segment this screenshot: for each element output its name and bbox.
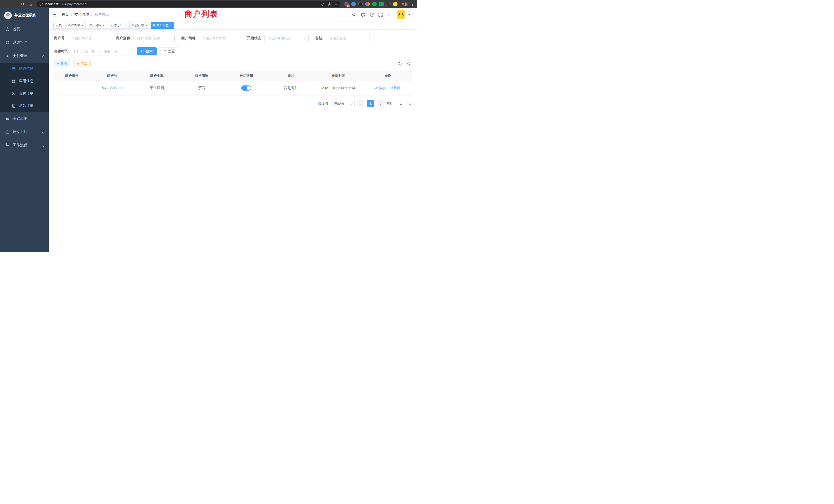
column-header-merchant-no: 商户号 [90,71,134,81]
prev-page-button[interactable] [357,100,364,107]
add-button[interactable]: + 新增 [54,60,70,67]
close-icon[interactable]: × [81,24,83,27]
avatar-caret-icon[interactable] [408,14,410,16]
column-header-short-name: 商户简称 [179,71,224,81]
sidebar-item-pay-order[interactable]: 支付订单 [0,87,49,99]
breadcrumb-payment[interactable]: 支付管理 [74,12,89,17]
tab-merchant-info[interactable]: 商户信息 × [151,22,174,29]
browser-menu-icon[interactable]: ⋮ [411,2,414,6]
dashboard-icon [5,27,10,31]
reset-button-label: 重置 [168,49,175,54]
sidebar-item-dev-tools[interactable]: 研发工具 [0,125,49,139]
tab-label: 支付订单 [110,23,123,27]
create-time-range-picker[interactable]: - [72,47,130,55]
tab-home[interactable]: 首页 [53,22,64,29]
font-size-icon[interactable]: TT [387,13,391,17]
sidebar-item-payment[interactable]: ¥ 支付管理 [0,49,49,63]
total-prefix: 共 [318,101,322,106]
sidebar-item-workflow[interactable]: 工作流程 [0,139,49,152]
bookmark-star-icon[interactable]: ☆ [334,2,338,6]
tab-refund-order[interactable]: 退款订单 × [129,22,150,29]
sidebar-item-label: 系统管理 [13,40,27,45]
extensions-row: 10 [344,2,397,6]
add-button-label: 新增 [61,62,67,66]
extension-icon-8[interactable] [393,2,397,6]
close-icon[interactable]: × [103,24,105,27]
extension-icon-3[interactable] [358,2,363,6]
extension-icon-5[interactable] [372,2,377,6]
status-toggle[interactable] [241,86,251,91]
hamburger-icon[interactable] [53,13,58,17]
short-name-input[interactable] [199,34,240,42]
next-page-button[interactable] [377,100,384,107]
status-select[interactable]: 请选择开启状态 [264,34,309,42]
home-icon[interactable]: ⌂ [27,1,34,7]
gear-icon [5,41,10,45]
chevron-down-icon [351,102,353,105]
fullscreen-icon[interactable] [378,13,382,17]
forward-icon[interactable]: → [11,1,18,7]
column-header-id: 商户编号 [54,71,90,81]
goto-page-input[interactable] [396,100,406,107]
edit-link[interactable]: 修改 [375,86,386,90]
delete-link[interactable]: 删除 [390,86,400,90]
goto-label: 前往 [387,101,393,106]
sidebar-item-home[interactable]: 首页 [0,23,49,36]
chevron-down-icon [43,116,44,121]
close-icon[interactable]: × [145,24,147,27]
extension-icon-7[interactable] [386,2,391,6]
sidebar: 芋道管理系统 首页 系统管理 ¥ 支付管理 商户信息 [0,8,49,252]
close-icon[interactable]: × [170,24,172,27]
sidebar-item-system[interactable]: 系统管理 [0,36,49,49]
refresh-table-button[interactable] [405,60,412,67]
sidebar-item-infra[interactable]: 基础设施 [0,112,49,125]
tab-label: 退款订单 [132,23,144,27]
tab-pay-order[interactable]: 支付订单 × [108,22,128,29]
export-button[interactable]: 导出 [73,60,91,67]
search-button[interactable]: 搜索 [137,47,157,55]
full-name-input[interactable] [133,34,175,42]
reset-button[interactable]: 重置 [159,47,179,55]
remark-input[interactable] [326,34,370,42]
sidebar-item-merchant-info[interactable]: 商户信息 [0,63,49,75]
tab-user-group[interactable]: 用户分组 × [87,22,107,29]
page-size-select[interactable]: 10条/页 [331,100,355,107]
extension-icon-2[interactable] [351,2,356,6]
logo[interactable]: 芋道管理系统 [0,8,49,23]
toggle-search-button[interactable] [396,60,403,67]
browser-toolbar: ← → ⌂ i localhost:1024/pay/merchant ☆ 10… [0,0,417,8]
extension-icon-4[interactable] [365,2,370,6]
table-row: 1 M233666999 芋道源码 芋艿 我是备注 2021-10-23 08:… [54,81,412,95]
sidebar-item-app-info[interactable]: 应用信息 [0,75,49,87]
github-icon[interactable] [361,12,366,17]
date-start-input[interactable] [79,49,98,53]
password-key-icon[interactable] [321,2,325,6]
sidebar-item-refund-order[interactable]: 退款订单 [0,99,49,112]
column-header-create-time: 创建时间 [313,71,364,81]
browser-update-button[interactable]: 更新 [401,2,408,6]
search-icon[interactable] [352,13,356,17]
calendar-icon [74,49,78,53]
share-icon[interactable] [328,2,331,6]
user-avatar[interactable] [397,10,405,19]
breadcrumb: 首页 / 支付管理 / 商户信息 [62,12,109,17]
help-icon[interactable]: ? [370,13,374,17]
merchant-no-input[interactable] [68,34,109,42]
breadcrumb-home[interactable]: 首页 [62,12,69,17]
url-host: localhost [45,2,58,6]
close-icon[interactable]: × [124,24,126,27]
page-button-1[interactable]: 1 [367,100,374,107]
breadcrumb-merchant-info: 商户信息 [94,12,109,17]
extension-icon-6[interactable] [379,2,383,6]
date-end-input[interactable] [101,49,119,53]
back-icon[interactable]: ← [3,1,9,7]
refresh-icon[interactable] [19,1,26,7]
grid-icon [11,79,16,83]
tab-process-form[interactable]: 流程表单 × [65,22,86,29]
address-bar[interactable]: i localhost:1024/pay/merchant ☆ [37,1,340,7]
extension-icon-1[interactable]: 10 [344,2,349,6]
active-dot [153,24,155,26]
tab-label: 商户信息 [156,23,169,27]
site-info-icon[interactable]: i [40,3,43,6]
monitor-icon [5,116,10,121]
